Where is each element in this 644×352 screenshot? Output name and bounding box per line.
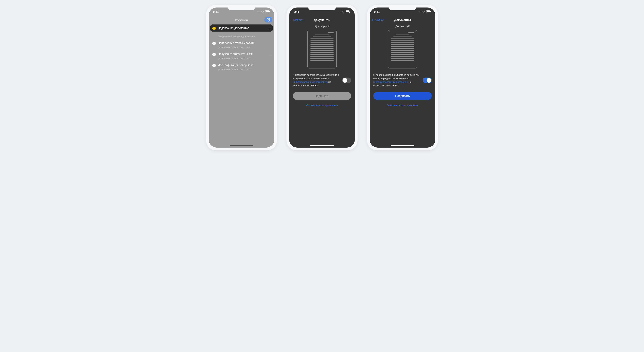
status-time: 9:41 bbox=[213, 10, 218, 14]
list-item: Ожидание подписания документов bbox=[210, 32, 273, 40]
status-icons: ▪▪▪▪ bbox=[338, 10, 350, 14]
svg-rect-6 bbox=[350, 11, 350, 12]
settings-button[interactable] bbox=[264, 17, 272, 22]
home-indicator[interactable] bbox=[230, 145, 253, 146]
toggle-knob bbox=[426, 78, 431, 83]
gear-icon bbox=[266, 18, 270, 22]
svg-rect-8 bbox=[426, 11, 430, 12]
status-time: 9:41 bbox=[374, 10, 380, 14]
list-item-subtitle: Завершено 16.02.2023 в 11:40 bbox=[218, 68, 270, 71]
home-indicator[interactable] bbox=[310, 145, 334, 146]
battery-icon bbox=[426, 10, 431, 14]
back-button[interactable]: ‹ Госключ bbox=[291, 18, 304, 22]
list-item-title: Подписание документов bbox=[218, 26, 270, 30]
document-thumbnail[interactable] bbox=[308, 30, 336, 68]
list-item-sign-documents[interactable]: ! Подписание документов › bbox=[210, 24, 273, 32]
nav-bar: Госключ bbox=[209, 16, 274, 24]
svg-rect-5 bbox=[346, 11, 349, 12]
battery-icon bbox=[346, 10, 350, 14]
back-label: Госключ bbox=[293, 18, 304, 22]
nav-bar: ‹ Госключ Документы bbox=[289, 16, 355, 23]
notch bbox=[308, 5, 336, 10]
decline-link[interactable]: Отказаться от подписания bbox=[306, 104, 338, 107]
svg-point-3 bbox=[268, 19, 269, 20]
chevron-left-icon: ‹ bbox=[372, 18, 373, 22]
screen-goskluch-list: 9:41 ▪▪▪▪ Госключ ! Подписание документо… bbox=[209, 8, 274, 148]
signal-icon: ▪▪▪▪ bbox=[419, 10, 421, 13]
content-area: Договор.pdf Я проверил подписываемые док… bbox=[370, 23, 435, 148]
notch bbox=[388, 5, 416, 10]
screen-document-sign-on: 9:41 ▪▪▪▪ ‹ Госключ Документы Договор.pd… bbox=[370, 8, 435, 148]
document-filename: Договор.pdf bbox=[315, 25, 329, 28]
task-list: ! Подписание документов › Ожидание подпи… bbox=[209, 24, 274, 74]
list-item-title: Получен сертификат УНЭП bbox=[218, 52, 270, 56]
chevron-right-icon: › bbox=[270, 54, 271, 58]
wifi-icon bbox=[261, 10, 264, 14]
consent-toggle[interactable] bbox=[342, 78, 351, 83]
svg-rect-2 bbox=[269, 11, 270, 12]
status-time: 9:41 bbox=[294, 10, 299, 14]
svg-rect-9 bbox=[430, 11, 431, 12]
device-frame-2: 9:41 ▪▪▪▪ ‹ Госключ Документы Договор.pd… bbox=[286, 5, 358, 150]
list-item-title: Приложение готово к работе bbox=[218, 42, 270, 44]
list-item-subtitle: Ожидание подписания документов bbox=[218, 35, 270, 38]
sign-button[interactable]: Подписать bbox=[373, 92, 432, 100]
wifi-icon bbox=[422, 10, 425, 14]
decline-link[interactable]: Отказаться от подписания bbox=[387, 104, 418, 107]
document-filename: Договор.pdf bbox=[396, 25, 410, 28]
check-icon: ✓ bbox=[212, 64, 216, 67]
signal-icon: ▪▪▪▪ bbox=[258, 10, 260, 13]
list-item-title: Идентификация завершена bbox=[218, 64, 270, 67]
screen-document-sign-off: 9:41 ▪▪▪▪ ‹ Госключ Документы Договор.pd… bbox=[289, 8, 355, 148]
home-indicator[interactable] bbox=[391, 145, 414, 146]
device-frame-3: 9:41 ▪▪▪▪ ‹ Госключ Документы Договор.pd… bbox=[367, 5, 438, 150]
back-button[interactable]: ‹ Госключ bbox=[372, 18, 384, 22]
svg-rect-1 bbox=[266, 11, 269, 12]
consent-text: Я проверил подписываемые документы и под… bbox=[373, 73, 420, 88]
device-frame-1: 9:41 ▪▪▪▪ Госключ ! Подписание документо… bbox=[206, 5, 277, 150]
page-title: Госключ bbox=[235, 18, 248, 22]
signal-icon: ▪▪▪▪ bbox=[338, 10, 341, 13]
consent-text: Я проверил подписываемые документы и под… bbox=[293, 73, 339, 88]
consent-toggle[interactable] bbox=[422, 78, 432, 83]
list-item-app-ready[interactable]: ✓ Приложение готово к работе Завершено 1… bbox=[210, 40, 273, 50]
back-label: Госключ bbox=[374, 18, 384, 22]
alert-icon: ! bbox=[212, 27, 216, 30]
status-icons: ▪▪▪▪ bbox=[258, 10, 270, 14]
list-item-certificate[interactable]: ✓ Получен сертификат УНЭП Завершено 16.0… bbox=[210, 50, 273, 62]
page-title: Документы bbox=[394, 18, 411, 22]
document-thumbnail[interactable] bbox=[388, 30, 417, 68]
chevron-right-icon: › bbox=[270, 26, 271, 30]
page-title: Документы bbox=[314, 18, 330, 22]
content-area: Договор.pdf Я проверил подписываемые док… bbox=[289, 23, 355, 148]
list-item-identification[interactable]: ✓ Идентификация завершена Завершено 16.0… bbox=[210, 62, 273, 72]
consent-row: Я проверил подписываемые документы и под… bbox=[293, 73, 351, 88]
consent-link[interactable]: информированным согласием bbox=[293, 81, 328, 84]
battery-icon bbox=[265, 10, 270, 14]
nav-bar: ‹ Госключ Документы bbox=[370, 16, 435, 23]
wifi-icon bbox=[342, 10, 345, 14]
check-icon: ✓ bbox=[212, 42, 216, 45]
check-icon: ✓ bbox=[212, 53, 216, 56]
toggle-knob bbox=[342, 78, 347, 83]
list-item-subtitle: Завершено 16.02.2023 в 11:40 bbox=[218, 57, 270, 60]
chevron-left-icon: ‹ bbox=[291, 18, 292, 22]
consent-row: Я проверил подписываемые документы и под… bbox=[373, 73, 432, 88]
sign-button[interactable]: Подписать bbox=[293, 92, 351, 100]
consent-link[interactable]: информированным согласием bbox=[373, 81, 408, 84]
notch bbox=[228, 5, 256, 10]
status-icons: ▪▪▪▪ bbox=[419, 10, 431, 14]
list-item-subtitle: Завершено 17.02.2023 в 22:49 bbox=[218, 46, 270, 48]
